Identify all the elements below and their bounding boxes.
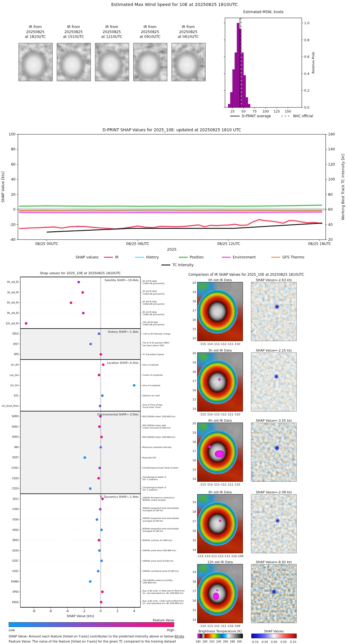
feature-description: 3h old IR data(128x128 grid points): [143, 290, 165, 295]
shap-panel-title: SHAP Value=-8.92 kts: [251, 560, 297, 564]
feature-label: V500: [12, 518, 19, 521]
feature-description: 200hPa divergence centered at850hPa vort…: [143, 497, 174, 501]
feature-description: 300hPa tangential wind azimuthallyaverag…: [143, 507, 179, 512]
shap-dot: [100, 560, 103, 562]
shap-dot: [101, 395, 104, 397]
histogram-bar: [244, 75, 246, 107]
shap-panel-title: SHAP Value=-2.15 kts: [251, 349, 297, 352]
x-tick-label: 08/25 18UTC: [308, 242, 331, 246]
histogram-bar: [246, 97, 248, 107]
y-tick-label: 0.2: [304, 89, 310, 93]
shap-dot: [98, 374, 100, 376]
feature-description: TC Translation Speed: [142, 353, 164, 356]
shap-panel-title: SHAP Value=-3.55 kts: [251, 419, 297, 423]
feature-label: 12h_old_IR: [6, 322, 19, 325]
feature-label: CD26: [12, 477, 19, 480]
feature-label: cos_lon: [10, 374, 19, 377]
storm-center-marker: [215, 450, 224, 457]
feature-description: The # of 6h periods VMAXhas been above 2…: [142, 342, 169, 346]
y-tick-label: 0.0: [304, 106, 310, 110]
x-tick-label: 75: [252, 110, 257, 113]
y-tick-right: 140: [328, 147, 335, 151]
lon-tick-label: -109: [236, 554, 245, 558]
shap-tick-label: -0.10: [250, 640, 260, 643]
legend-label: GFS Thermo: [282, 255, 304, 259]
x-tick-label: 2: [117, 609, 118, 613]
section-shap-label: History SHAP=-1.3kts: [108, 330, 139, 333]
shap-dot: [98, 549, 101, 552]
feature-label: sin_lon: [10, 384, 19, 387]
y-tick-left: 100: [9, 132, 16, 136]
feature-description: 0h old IR data(128x128 grid points): [143, 280, 165, 285]
storm-center-marker: [213, 593, 219, 600]
y-tick-left: 40: [11, 177, 16, 181]
shap-dot: [77, 281, 80, 284]
shap-dot: [82, 312, 85, 315]
storm-center-marker: [218, 378, 221, 381]
feature-description: 850hPa vorticity (0-1000 km): [143, 539, 172, 542]
shap-dotplot: Shap values for 2025_10E at 20250825 181…: [0, 270, 209, 625]
shap-dot: [98, 539, 100, 542]
shap-dot: [96, 518, 98, 521]
shap-dot: [133, 384, 136, 387]
x-tick-label: 08/25 12UTC: [217, 242, 240, 246]
histogram-bar: [248, 104, 250, 107]
histogram-bar: [232, 70, 235, 107]
ir-thumbnail-caption: IR from 20250825 at 0610UTC: [169, 24, 207, 39]
ir-thumbnail-image: [172, 43, 206, 81]
y-tick-label: 0.8: [304, 38, 310, 42]
shap-dot: [97, 477, 100, 480]
feature-value-colorbar: [9, 622, 174, 627]
shap-dot: [99, 508, 102, 511]
feature-description: Maximum potential intensity: [143, 446, 172, 449]
shap-timeseries-chart: D-PRINT SHAP Values for 2025_10E: update…: [0, 127, 349, 270]
y-tick-right: 80: [328, 192, 333, 197]
y-tick-right: 100: [328, 177, 335, 181]
shap-dot: [100, 529, 103, 531]
legend-label: NHC official: [293, 114, 313, 118]
legend-label: TC Intensity: [172, 263, 194, 267]
shap-dot: [25, 322, 27, 325]
shap-colorbar-label: SHAP Values: [251, 629, 297, 633]
ir-thumbnail-strip: IR from 20250825 at 1810UTCIR from 20250…: [0, 18, 209, 84]
feature-description: Reynolds SST: [143, 457, 157, 459]
shap-tick-label: 0.00: [269, 640, 279, 643]
x-tick-label: -8: [32, 609, 35, 613]
feature-description: 6h old IR data(128x128 grid points): [143, 301, 165, 305]
legend-label: Position: [190, 255, 204, 259]
shap-map: [251, 423, 297, 482]
legend-label: Environment: [233, 255, 256, 259]
x-tick-label: 0: [100, 609, 102, 613]
shap-dot: [89, 580, 92, 583]
section-shap-label: Location SHAP=4.2kts: [107, 361, 139, 364]
feature-label: MPI: [14, 446, 19, 449]
x-tick-label: -2: [82, 609, 85, 613]
ir-thumbnail-caption: IR from 20250825 at 1810UTC: [16, 24, 54, 39]
feature-label: U200: [12, 549, 19, 552]
shap-dot: [89, 343, 92, 346]
y-tick-right: 160: [328, 132, 335, 136]
feature-label: SHDC: [12, 426, 19, 428]
shap-dot: [70, 301, 72, 304]
x-tick-label: 4: [133, 609, 135, 613]
feature-description: 850-500hPa shear (200-800 km): [143, 436, 176, 438]
y-axis-label-left: SHAP Value [kts]: [1, 171, 5, 202]
ir-thumbnail-caption: IR from 20250825 at 1210UTC: [93, 24, 131, 39]
ir-thumbnail-image: [95, 43, 129, 81]
shap-dot: [101, 591, 104, 593]
shap-dot: [84, 456, 86, 459]
section-shap-label: TC Dynamics SHAP=-1.4kts: [99, 495, 139, 498]
y-tick-label: 0.4: [304, 72, 310, 76]
shap-hotspot: [276, 519, 279, 522]
shap-value-note: SHAP Value: Amount each feature [listed …: [9, 634, 184, 638]
feature-description: 12h old IR data(128x128 grid points): [143, 321, 165, 326]
dotplot-footer: Feature ValueLowHighSHAP Value: Amount e…: [0, 616, 209, 644]
ir-thumbnail-caption: IR from 20250825 at 1510UTC: [54, 24, 93, 39]
feature-label: SPD: [14, 353, 19, 356]
feature-value-label: Feature Value: [114, 618, 174, 622]
y-tick-left: -40: [10, 238, 16, 242]
axes-frame: [18, 134, 326, 240]
feature-label: DELV: [13, 332, 19, 335]
feature-label: RHMD: [11, 580, 19, 583]
feature-label: RSST: [12, 456, 19, 459]
